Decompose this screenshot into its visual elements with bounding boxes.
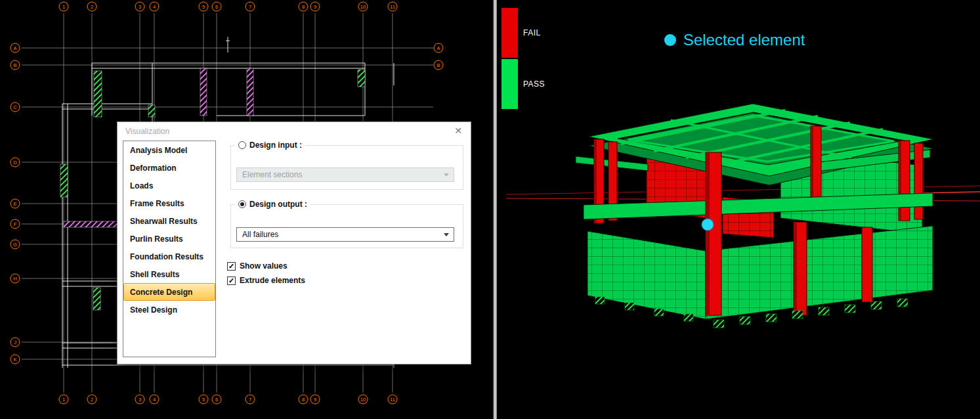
checkbox-box-icon[interactable]: ✓: [227, 262, 236, 271]
grid-bubble-4: 4: [150, 395, 159, 404]
grid-bubble-10: 10: [358, 395, 368, 404]
list-item-frame-results[interactable]: Frame Results: [123, 194, 215, 212]
visualization-dialog: Visualization ✕ Analysis ModelDeformatio…: [117, 121, 471, 364]
svg-text:4: 4: [153, 397, 156, 403]
svg-text:D: D: [13, 160, 17, 165]
grid-bubble-d: D: [11, 158, 20, 167]
svg-text:C: C: [13, 104, 17, 110]
list-item-steel-design[interactable]: Steel Design: [123, 301, 215, 319]
grid-bubble-2: 2: [87, 2, 96, 11]
grid-bubble-5: 5: [199, 2, 208, 11]
list-item-shearwall-results[interactable]: Shearwall Results: [123, 212, 215, 230]
list-item-concrete-design[interactable]: Concrete Design: [123, 283, 215, 301]
svg-text:2: 2: [91, 4, 93, 10]
svg-text:6: 6: [215, 4, 218, 10]
svg-text:1: 1: [62, 4, 65, 10]
list-item-loads[interactable]: Loads: [123, 177, 215, 194]
svg-text:7: 7: [249, 397, 251, 403]
svg-text:A: A: [13, 45, 16, 51]
checkbox-extrude-elements[interactable]: ✓Extrude elements: [227, 276, 305, 285]
grid-bubble-c: C: [11, 102, 20, 112]
svg-text:7: 7: [249, 4, 251, 10]
design-output-radio[interactable]: [238, 200, 246, 208]
svg-text:G: G: [13, 242, 17, 248]
grid-bubble-j: J: [11, 338, 20, 347]
grid-bubble-e: E: [11, 199, 20, 208]
grid-bubble-5: 5: [199, 395, 208, 404]
list-item-deformation[interactable]: Deformation: [123, 159, 215, 177]
svg-text:B: B: [13, 62, 16, 68]
grid-bubble-f: F: [11, 219, 20, 229]
grid-bubble-8: 8: [299, 395, 308, 404]
svg-text:5: 5: [202, 397, 205, 403]
legend: FAILPASS: [501, 8, 545, 110]
svg-text:A: A: [437, 45, 440, 51]
svg-text:J: J: [14, 340, 16, 345]
grid-bubble-2: 2: [87, 395, 96, 404]
design-input-value: Element sections: [242, 170, 302, 179]
visualization-category-list: Analysis ModelDeformationLoadsFrame Resu…: [123, 141, 216, 357]
list-item-shell-results[interactable]: Shell Results: [123, 265, 215, 283]
svg-text:9: 9: [314, 397, 316, 403]
svg-text:11: 11: [390, 397, 395, 403]
grid-bubble-7: 7: [245, 2, 255, 11]
design-input-group: Design input : Element sections: [230, 145, 463, 190]
legend-swatch-pass: [501, 59, 518, 109]
legend-item-fail: FAIL: [501, 8, 545, 58]
design-output-label: Design output :: [249, 200, 307, 209]
design-output-value: All failures: [242, 230, 278, 239]
design-input-radio[interactable]: [238, 141, 246, 149]
design-output-dropdown[interactable]: All failures: [236, 227, 454, 242]
dialog-options-column: Design input : Element sections Design o…: [230, 139, 465, 356]
svg-text:F: F: [14, 221, 17, 227]
close-icon[interactable]: ✕: [454, 125, 462, 136]
selected-element-text: Selected element: [683, 31, 805, 49]
svg-text:5: 5: [202, 4, 205, 10]
grid-bubble-9: 9: [310, 2, 320, 11]
pass-wall-lower-left: [587, 231, 706, 319]
design-input-caption: Design input :: [235, 141, 305, 150]
model-3d-pane: FAILPASS Selected element: [497, 0, 980, 419]
dialog-titlebar[interactable]: Visualization ✕: [117, 122, 471, 139]
dialog-body: Analysis ModelDeformationLoadsFrame Resu…: [117, 139, 471, 365]
checkbox-label: Show values: [240, 261, 288, 271]
design-input-label: Design input :: [249, 141, 302, 150]
grid-bubble-h: H: [11, 274, 20, 283]
list-item-analysis-model[interactable]: Analysis Model: [123, 141, 215, 159]
grid-bubble-9: 9: [310, 395, 320, 404]
grid-bubble-3: 3: [135, 395, 144, 404]
design-input-dropdown[interactable]: Element sections: [236, 167, 454, 182]
svg-text:8: 8: [302, 4, 305, 10]
grid-bubble-g: G: [11, 240, 20, 249]
list-item-purlin-results[interactable]: Purlin Results: [123, 230, 215, 248]
grid-bubble-6: 6: [212, 395, 221, 404]
svg-text:10: 10: [360, 397, 366, 403]
grid-bubble-11: 11: [388, 2, 397, 11]
checkbox-label: Extrude elements: [240, 276, 305, 285]
chevron-down-icon: [444, 233, 449, 236]
svg-text:4: 4: [153, 4, 156, 10]
grid-bubble-a: A: [434, 43, 443, 53]
design-output-caption: Design output :: [235, 200, 310, 209]
svg-text:8: 8: [302, 397, 305, 403]
selected-element-marker[interactable]: [702, 219, 714, 231]
checkbox-show-values[interactable]: ✓Show values: [227, 261, 305, 271]
cad-plan-pane: 12345678910111234567891011ABCDEFGHJKAB V…: [0, 0, 493, 419]
svg-text:6: 6: [215, 397, 218, 403]
legend-label: FAIL: [523, 28, 541, 37]
selected-element-dot-icon: [664, 34, 676, 46]
dialog-title: Visualization: [125, 127, 169, 136]
svg-text:1: 1: [62, 397, 65, 403]
checkbox-box-icon[interactable]: ✓: [227, 276, 236, 285]
list-item-foundation-results[interactable]: Foundation Results: [123, 248, 215, 265]
chevron-down-icon: [444, 173, 449, 177]
grid-bubble-k: K: [11, 355, 20, 364]
legend-label: PASS: [523, 79, 545, 89]
grid-bubble-7: 7: [245, 395, 255, 404]
svg-text:B: B: [437, 62, 440, 68]
svg-text:E: E: [13, 201, 16, 207]
svg-text:K: K: [13, 357, 16, 363]
grid-bubble-6: 6: [212, 2, 221, 11]
grid-bubble-4: 4: [150, 2, 159, 11]
svg-text:11: 11: [390, 4, 395, 10]
